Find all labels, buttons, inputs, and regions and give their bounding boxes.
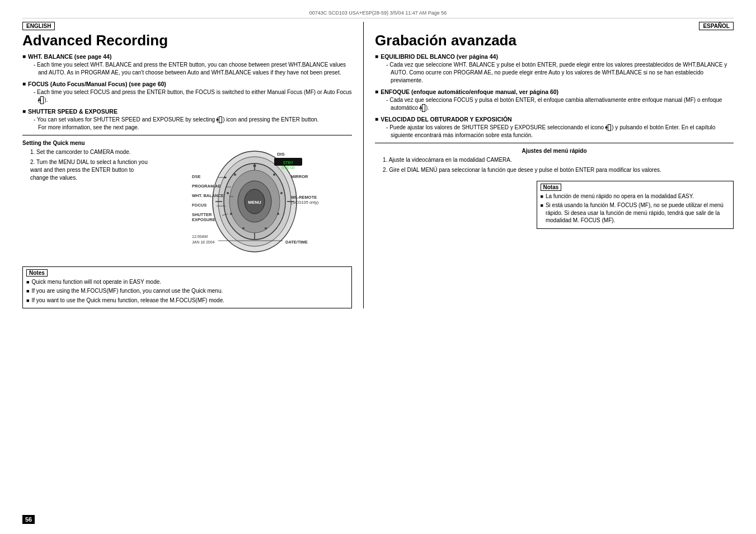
svg-point-18: [227, 192, 229, 194]
english-step1: 1. Set the camcorder to CAMERA mode.: [30, 148, 152, 156]
divider-es: [375, 143, 734, 143]
english-notes-label: Notes: [26, 269, 48, 277]
english-heading-shutter: SHUTTER SPEED & EXPOSURE: [22, 108, 352, 115]
english-note-3: If you want to use the Quick menu functi…: [26, 297, 348, 305]
espanol-step2: 2. Gire el DIAL MENÚ para seleccionar la…: [383, 166, 734, 174]
espanol-body-shutter: - Puede ajustar los valores de SHUTTER S…: [386, 124, 734, 139]
espanol-lang-label: ESPAÑOL: [699, 22, 734, 30]
espanol-quickmenu-heading: Ajustes del menú rápido: [375, 148, 734, 154]
shutter-icon-es: ■: [608, 124, 611, 131]
espanol-section-focus: ENFOQUE (enfoque automático/enfoque manu…: [375, 88, 734, 112]
espanol-title: Grabación avanzada: [375, 32, 734, 49]
english-step2: 2. Turn the MENU DIAL to select a functi…: [30, 158, 152, 182]
svg-text:PROGRAM AE: PROGRAM AE: [192, 184, 220, 189]
svg-point-14: [277, 213, 279, 215]
file-info: 00743C SCD103 USA+ESP(28-59) 3/5/04 11:4…: [22, 10, 734, 18]
svg-point-16: [242, 227, 245, 229]
espanol-heading-focus: ENFOQUE (enfoque automático/enfoque manu…: [375, 88, 734, 95]
svg-point-15: [265, 227, 267, 229]
divider-en: [22, 135, 352, 135]
svg-point-17: [230, 213, 232, 215]
svg-text:EXPOSURE: EXPOSURE: [192, 217, 215, 222]
espanol-section-shutter: VELOCIDAD DEL OBTURADOR Y EXPOSICIÓN - P…: [375, 116, 734, 139]
english-title: Advanced Recording: [22, 32, 352, 49]
english-note-2: If you are using the M.FOCUS(MF) functio…: [26, 287, 348, 295]
espanol-body-focus: - Cada vez que selecciona FOCUS y pulsa …: [386, 96, 734, 112]
svg-point-12: [273, 174, 275, 176]
espanol-note-1: La función de menú rápido no opera en la…: [541, 193, 730, 200]
svg-text:DSE: DSE: [192, 174, 200, 179]
camera-diagram: MENU: [158, 140, 352, 263]
espanol-notes-box: Notas La función de menú rápido no opera…: [537, 181, 734, 229]
camera-svg: MENU: [187, 140, 322, 263]
svg-point-13: [280, 192, 283, 194]
svg-text:MENU: MENU: [248, 200, 262, 205]
english-section-wht: WHT. BALANCE (see page 44) Each time you…: [22, 53, 352, 77]
svg-text:JAN 18 2004: JAN 18 2004: [192, 240, 215, 244]
svg-text:12:00AM: 12:00AM: [192, 235, 208, 238]
english-quickmenu-heading: Setting the Quick menu: [22, 140, 152, 146]
english-heading-wht: WHT. BALANCE (see page 44): [22, 53, 352, 60]
svg-text:WL-REMOTE: WL-REMOTE: [291, 195, 317, 200]
svg-text:(SCD105 only): (SCD105 only): [291, 200, 319, 205]
espanol-step1: 1. Ajuste la videocámara en la modalidad…: [383, 156, 734, 164]
english-body-shutter: - You can set values for SHUTTER SPEED a…: [34, 116, 352, 132]
english-note-1: Quick menu function will not operate in …: [26, 278, 348, 286]
english-section-focus: FOCUS (Auto Focus/Manual Focus) (see pag…: [22, 81, 352, 104]
svg-text:DATE/TIME: DATE/TIME: [285, 240, 308, 245]
espanol-section-wht: EQUILIBRIO DEL BLANCO (ver página 44) Ca…: [375, 53, 734, 85]
english-body-focus: - Each time you select FOCUS and press t…: [34, 88, 352, 104]
espanol-quickmenu: Ajustes del menú rápido 1. Ajuste la vid…: [375, 148, 734, 174]
svg-point-11: [253, 164, 256, 167]
espanol-notes-label: Notas: [541, 184, 562, 191]
focus-icon-es: A: [422, 104, 425, 111]
svg-point-19: [234, 174, 236, 176]
espanol-heading-wht: EQUILIBRIO DEL BLANCO (ver página 44): [375, 53, 734, 60]
english-notes-box: Notes Quick menu function will not opera…: [22, 266, 352, 309]
espanol-body-wht: Cada vez que seleccione WHT. BALANCE y p…: [386, 61, 734, 85]
espanol-heading-shutter: VELOCIDAD DEL OBTURADOR Y EXPOSICIÓN: [375, 116, 734, 123]
svg-text:FOCUS: FOCUS: [192, 203, 206, 208]
svg-text:0:00:00: 0:00:00: [282, 166, 295, 170]
svg-text:MIRROR: MIRROR: [291, 174, 308, 179]
shutter-icon-en: ■: [219, 116, 222, 123]
svg-text:STBY: STBY: [283, 161, 294, 165]
english-lang-label: ENGLISH: [22, 22, 55, 30]
english-section-shutter: SHUTTER SPEED & EXPOSURE - You can set v…: [22, 108, 352, 132]
svg-text:SHUTTER: SHUTTER: [192, 212, 212, 217]
espanol-note-2: Si está usando la función M. FOCUS (MF),…: [541, 202, 730, 224]
svg-text:WHT. BALANCE: WHT. BALANCE: [192, 193, 224, 198]
english-heading-focus: FOCUS (Auto Focus/Manual Focus) (see pag…: [22, 81, 352, 87]
page-number: 56: [22, 515, 35, 524]
svg-text:DIS: DIS: [278, 152, 285, 157]
english-body-wht: Each time you select WHT. BALANCE and pr…: [34, 61, 352, 77]
focus-icon-en: A: [40, 96, 44, 104]
